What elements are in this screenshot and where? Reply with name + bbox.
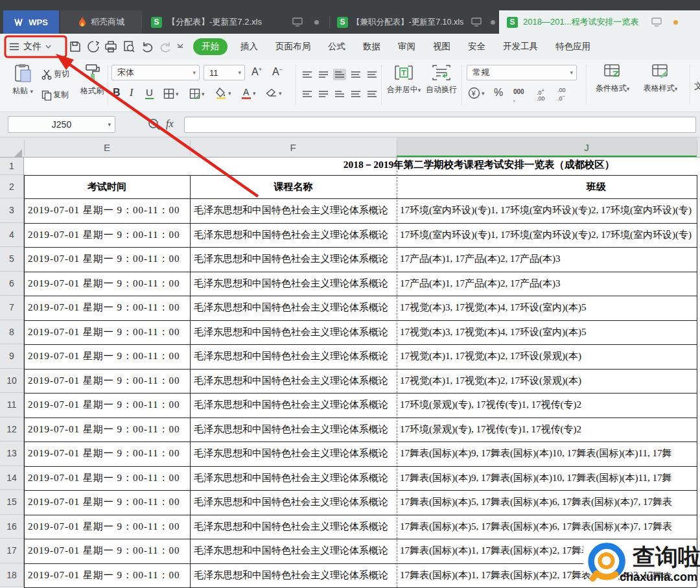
menu-item-4[interactable]: 数据	[363, 41, 380, 53]
menu-item-8[interactable]: 开发工具	[503, 41, 538, 53]
cell-course-name[interactable]: 毛泽东思想和中国特色社会主义理论体系概论	[194, 296, 395, 320]
cell-course-name[interactable]: 毛泽东思想和中国特色社会主义理论体系概论	[194, 369, 395, 394]
cell-exam-time[interactable]: 2019-07-01 星期一 9：00-11：00	[28, 320, 189, 345]
fx-label[interactable]: fx	[166, 118, 174, 130]
cell-exam-time[interactable]: 2019-07-01 星期一 9：00-11：00	[28, 515, 189, 539]
cell-exam-time[interactable]: 2019-07-01 星期一 9：00-11：00	[28, 223, 189, 248]
undo-icon[interactable]	[141, 40, 154, 53]
cell-course-name[interactable]: 毛泽东思想和中国特色社会主义理论体系概论	[194, 441, 395, 466]
align-middle-button[interactable]	[317, 69, 330, 80]
file-menu-button[interactable]: 文件	[9, 39, 51, 54]
table-style-button[interactable]: 表格样式▾	[639, 64, 682, 94]
currency-button[interactable]: ¥▾	[468, 87, 485, 99]
row-number-1[interactable]: 1	[0, 158, 23, 175]
row-number-3[interactable]: 3	[0, 198, 23, 223]
italic-button[interactable]: I	[130, 87, 133, 99]
format-painter-button[interactable]: 格式刷	[78, 64, 106, 97]
tab-document-1[interactable]: S 【分配表】-更新至7.2.xls	[143, 10, 330, 34]
cell-course-name[interactable]: 毛泽东思想和中国特色社会主义理论体系概论	[194, 515, 395, 539]
increase-font-button[interactable]: A+	[251, 66, 262, 78]
row-number-12[interactable]: 12	[0, 417, 23, 442]
cell-classes[interactable]: 17舞表(国标)(本)5, 17舞表(国标)(本)6, 17舞表(国标)(本)7…	[400, 515, 696, 539]
indent-decrease-button[interactable]	[349, 69, 362, 80]
align-top-button[interactable]	[301, 69, 314, 80]
draw-border-button[interactable]: ▾	[189, 88, 205, 99]
cell-classes[interactable]: 17视觉(本)3, 17视觉(本)4, 17环设(室内)(本)5	[400, 320, 696, 345]
row-number-11[interactable]: 11	[0, 393, 23, 417]
borders-button[interactable]: ▾	[163, 88, 179, 99]
cell-course-name[interactable]: 毛泽东思想和中国特色社会主义理论体系概论	[194, 466, 395, 491]
cell-classes[interactable]: 17舞表(国标)(本)5, 17舞表(国标)(本)6, 17舞表(国标)(本)7…	[400, 490, 696, 515]
row-number-14[interactable]: 14	[0, 466, 23, 491]
header-cell-course[interactable]: 课程名称	[190, 175, 397, 198]
redo-icon[interactable]	[159, 40, 172, 53]
zoom-search-icon[interactable]	[148, 118, 161, 131]
cell-exam-time[interactable]: 2019-07-01 星期一 9：00-11：00	[28, 466, 189, 491]
cell-course-name[interactable]: 毛泽东思想和中国特色社会主义理论体系概论	[194, 198, 395, 223]
cell-exam-time[interactable]: 2019-07-01 星期一 9：00-11：00	[28, 417, 189, 442]
cell-exam-time[interactable]: 2019-07-01 星期一 9：00-11：00	[28, 296, 189, 320]
number-format-select[interactable]: 常规▾	[467, 65, 577, 80]
bold-button[interactable]: B	[113, 87, 121, 99]
cell-classes[interactable]: 17视觉(本)1, 17视觉(本)2, 17环设(景观)(本)	[400, 344, 696, 369]
cell-classes[interactable]: 17产品(本)1, 17产品(本)2, 17产品(本)3	[400, 247, 696, 272]
cell-exam-time[interactable]: 2019-07-01 星期一 9：00-11：00	[28, 563, 189, 588]
cut-button[interactable]: 剪切	[41, 69, 69, 80]
row-number-16[interactable]: 16	[0, 515, 23, 539]
row-number-9[interactable]: 9	[0, 344, 23, 369]
output-icon[interactable]	[87, 40, 100, 53]
cell-exam-time[interactable]: 2019-07-01 星期一 9：00-11：00	[28, 539, 189, 563]
name-box[interactable]: J250▾	[8, 116, 115, 133]
font-size-select[interactable]: 11▾	[204, 65, 245, 80]
copy-button[interactable]: 复制	[41, 89, 69, 100]
cell-exam-time[interactable]: 2019-07-01 星期一 9：00-11：00	[28, 198, 189, 223]
underline-button[interactable]: U	[145, 87, 154, 99]
increase-decimal-button[interactable]: .0+.00	[537, 88, 545, 102]
cell-exam-time[interactable]: 2019-07-01 星期一 9：00-11：00	[28, 393, 189, 417]
menu-item-5[interactable]: 审阅	[398, 41, 415, 53]
cell-classes[interactable]: 17环境(室内环设)(专)1, 17环境(室内环设)(专)2, 17环境(室内环…	[400, 223, 696, 248]
header-cell-time[interactable]: 考试时间	[24, 175, 190, 198]
wrap-text-button[interactable]: 自动换行	[425, 64, 458, 95]
decrease-font-button[interactable]: A−	[272, 66, 283, 78]
tab-document-2[interactable]: S 【兼职分配表】-更新至7.10.xls	[331, 10, 499, 34]
row-number-2[interactable]: 2	[0, 175, 23, 198]
clear-format-button[interactable]: ▾	[266, 88, 282, 98]
conditional-format-button[interactable]: 条件格式▾	[591, 64, 634, 94]
comma-style-button[interactable]: 000,	[513, 88, 524, 102]
align-distribute-button[interactable]	[366, 88, 379, 100]
cell-exam-time[interactable]: 2019-07-01 星期一 9：00-11：00	[28, 272, 189, 296]
formula-input[interactable]	[184, 117, 696, 133]
column-header-j-selected[interactable]	[397, 137, 697, 157]
select-all-corner[interactable]	[14, 149, 22, 157]
menu-item-0[interactable]: 开始	[193, 38, 228, 55]
decrease-decimal-button[interactable]: .00.0−	[557, 88, 566, 102]
cell-classes[interactable]: 17环境(室内环设)(专)1, 17环境(室内环设)(专)2, 17环境(室内环…	[400, 198, 696, 223]
row-number-17[interactable]: 17	[0, 539, 23, 563]
cell-course-name[interactable]: 毛泽东思想和中国特色社会主义理论体系概论	[194, 247, 395, 272]
cell-course-name[interactable]: 毛泽东思想和中国特色社会主义理论体系概论	[194, 563, 395, 588]
row-number-4[interactable]: 4	[0, 223, 23, 248]
tab-wps[interactable]: WPS	[3, 10, 59, 34]
column-header-e[interactable]: E	[104, 142, 110, 153]
cell-course-name[interactable]: 毛泽东思想和中国特色社会主义理论体系概论	[194, 320, 395, 345]
cell-exam-time[interactable]: 2019-07-01 星期一 9：00-11：00	[28, 247, 189, 272]
cell-course-name[interactable]: 毛泽东思想和中国特色社会主义理论体系概论	[194, 344, 395, 369]
cell-exam-time[interactable]: 2019-07-01 星期一 9：00-11：00	[28, 490, 189, 515]
save-icon[interactable]	[69, 40, 82, 53]
row-number-7[interactable]: 7	[0, 296, 23, 320]
font-name-select[interactable]: 宋体▾	[111, 65, 200, 80]
cell-classes[interactable]: 17环境(景观)(专), 17视传(专)1, 17视传(专)2	[400, 393, 696, 417]
paste-button[interactable]: 粘贴 ▾	[8, 64, 38, 97]
cell-exam-time[interactable]: 2019-07-01 星期一 9：00-11：00	[28, 369, 189, 394]
align-center-button[interactable]	[317, 88, 330, 100]
align-left-button[interactable]	[301, 88, 314, 100]
column-header-j[interactable]: J	[584, 142, 589, 153]
menu-item-3[interactable]: 公式	[328, 41, 345, 53]
column-header-f[interactable]: F	[290, 142, 296, 153]
row-number-6[interactable]: 6	[0, 272, 23, 296]
cell-exam-time[interactable]: 2019-07-01 星期一 9：00-11：00	[28, 441, 189, 466]
cell-classes[interactable]: 17舞表(国标)(本)9, 17舞表(国标)(本)10, 17舞表(国标)(本)…	[400, 466, 696, 491]
menu-item-7[interactable]: 安全	[468, 41, 485, 53]
indent-increase-button[interactable]	[366, 69, 379, 80]
